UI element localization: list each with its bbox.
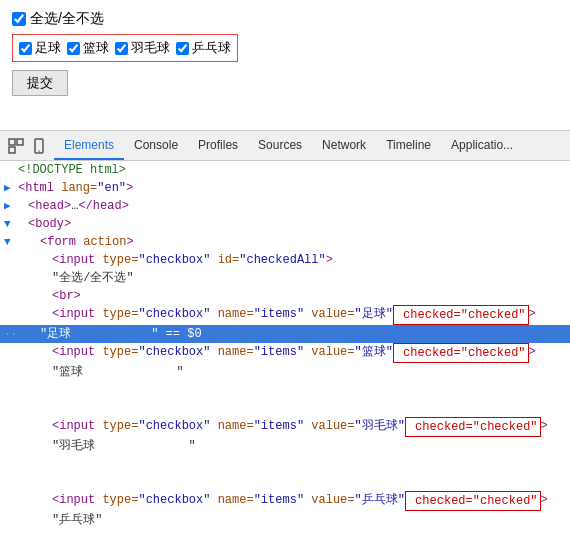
- submit-button[interactable]: 提交: [12, 70, 68, 96]
- checkbox-label-pingpangqiu[interactable]: 乒乓球: [176, 39, 231, 57]
- code-line-input-checkall: <input type="checkbox" id="checkedAll">: [0, 251, 570, 269]
- code-area: <!DOCTYPE html> ▶ <html lang="en"> ▶ <he…: [0, 161, 570, 538]
- form-area: 全选/全不选 足球 篮球 羽毛球 乒乓球 提交: [0, 0, 570, 130]
- checked-attr-lanqiu: checked="checked": [393, 343, 529, 363]
- code-line-html: ▶ <html lang="en">: [0, 179, 570, 197]
- tab-elements[interactable]: Elements: [54, 131, 124, 160]
- code-line-doctype: <!DOCTYPE html>: [0, 161, 570, 179]
- tab-console[interactable]: Console: [124, 131, 188, 160]
- code-line-input-zuqiu: <input type="checkbox" name="items" valu…: [0, 305, 570, 325]
- devtools-panel: Elements Console Profiles Sources Networ…: [0, 130, 570, 538]
- code-line-pingpangqiu-text: "乒乓球": [0, 511, 570, 529]
- tab-network[interactable]: Network: [312, 131, 376, 160]
- code-line-quanxuan: "全选/全不选": [0, 269, 570, 287]
- checkbox-label-lanqiu[interactable]: 篮球: [67, 39, 109, 57]
- select-all-checkbox[interactable]: [12, 12, 26, 26]
- tab-sources[interactable]: Sources: [248, 131, 312, 160]
- code-line-yumaoqiu-text: "羽毛球 ": [0, 437, 570, 491]
- code-line-zuqiu-text: ·· "足球 " == $0: [0, 325, 570, 343]
- inspect-icon-button[interactable]: [4, 136, 28, 156]
- checkbox-label-yumaoqiu[interactable]: 羽毛球: [115, 39, 170, 57]
- select-all-row: 全选/全不选: [12, 10, 558, 28]
- checkbox-pingpangqiu[interactable]: [176, 42, 189, 55]
- svg-rect-1: [9, 147, 15, 153]
- inspect-icon: [8, 138, 24, 154]
- checked-attr-zuqiu: checked="checked": [393, 305, 529, 325]
- mobile-icon: [32, 138, 46, 154]
- code-line-input-yumaoqiu: <input type="checkbox" name="items" valu…: [0, 417, 570, 437]
- code-line-head: ▶ <head>…</head>: [0, 197, 570, 215]
- devtools-toolbar: Elements Console Profiles Sources Networ…: [0, 131, 570, 161]
- checkbox-label-zuqiu[interactable]: 足球: [19, 39, 61, 57]
- code-line-input-pingpangqiu: <input type="checkbox" name="items" valu…: [0, 491, 570, 511]
- svg-point-4: [38, 150, 40, 152]
- tab-application[interactable]: Applicatio...: [441, 131, 523, 160]
- svg-rect-2: [17, 139, 23, 145]
- checkbox-lanqiu[interactable]: [67, 42, 80, 55]
- checkboxes-row: 足球 篮球 羽毛球 乒乓球: [12, 34, 238, 62]
- svg-rect-0: [9, 139, 15, 145]
- tab-profiles[interactable]: Profiles: [188, 131, 248, 160]
- mobile-icon-button[interactable]: [28, 136, 50, 156]
- checkbox-zuqiu[interactable]: [19, 42, 32, 55]
- code-line-lanqiu-text: "篮球 ": [0, 363, 570, 417]
- tab-timeline[interactable]: Timeline: [376, 131, 441, 160]
- code-line-body: ▼ <body>: [0, 215, 570, 233]
- select-all-label: 全选/全不选: [30, 10, 104, 28]
- checked-attr-yumaoqiu: checked="checked": [405, 417, 541, 437]
- checkbox-yumaoqiu[interactable]: [115, 42, 128, 55]
- code-line-br: <br>: [0, 287, 570, 305]
- code-line-form: ▼ <form action>: [0, 233, 570, 251]
- code-line-input-lanqiu: <input type="checkbox" name="items" valu…: [0, 343, 570, 363]
- checked-attr-pingpangqiu: checked="checked": [405, 491, 541, 511]
- devtools-tabs: Elements Console Profiles Sources Networ…: [54, 131, 523, 160]
